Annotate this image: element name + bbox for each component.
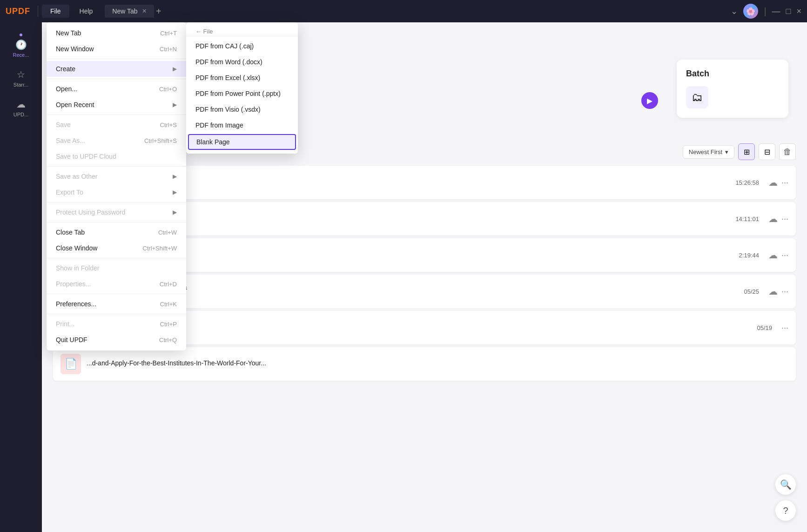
file-more-button[interactable]: ··· bbox=[781, 178, 788, 188]
file-cloud-button[interactable]: ☁ bbox=[768, 249, 778, 261]
sidebar: 🕐 Rece... ☆ Starr... ☁ UPD... bbox=[0, 22, 42, 532]
menu-item-label: Save bbox=[56, 121, 71, 128]
submenu-item-pptx[interactable]: PDF from Power Point (.pptx) bbox=[186, 86, 298, 101]
menu-item-print[interactable]: Print... Ctrl+P bbox=[47, 316, 186, 332]
submenu-item-excel[interactable]: PDF from Excel (.xlsx) bbox=[186, 70, 298, 86]
file-time: 05/19 bbox=[757, 324, 772, 331]
active-dot bbox=[20, 34, 22, 36]
menu-item-shortcut: Ctrl+Q bbox=[159, 337, 177, 343]
batch-title: Batch bbox=[686, 69, 779, 79]
menu-item-label: Close Tab bbox=[56, 229, 85, 236]
file-time: 15:26:58 bbox=[735, 179, 759, 186]
menu-item-label: Save As... bbox=[56, 137, 85, 144]
file-more-button[interactable]: ··· bbox=[781, 287, 788, 296]
batch-icon[interactable]: 🗂 bbox=[686, 86, 708, 108]
menu-item-label: Save as Other bbox=[56, 173, 98, 180]
menu-item-new-tab[interactable]: New Tab Ctrl+T bbox=[47, 25, 186, 41]
menu-item-close-window[interactable]: Close Window Ctrl+Shift+W bbox=[47, 240, 186, 256]
submenu-item-label: PDF from Excel (.xlsx) bbox=[195, 74, 260, 81]
menu-item-shortcut: Ctrl+D bbox=[160, 281, 177, 288]
menu-item-label: Show in Folder bbox=[56, 264, 99, 272]
menu-item-save-cloud[interactable]: Save to UPDF Cloud bbox=[47, 148, 186, 164]
menu-item-export[interactable]: Export To ▶ bbox=[47, 184, 186, 200]
menu-item-label: Quit UPDF bbox=[56, 336, 87, 343]
submenu-item-visio[interactable]: PDF from Visio (.vsdx) bbox=[186, 101, 298, 117]
sidebar-item-cloud[interactable]: ☁ UPD... bbox=[2, 95, 40, 121]
file-more-button[interactable]: ··· bbox=[781, 214, 788, 224]
create-submenu[interactable]: ← File PDF from CAJ (.caj) PDF from Word… bbox=[186, 22, 298, 154]
menu-item-properties[interactable]: Properties... Ctrl+D bbox=[47, 276, 186, 292]
menu-item-label: Open... bbox=[56, 85, 77, 93]
menu-item-label: Open Recent bbox=[56, 101, 94, 108]
menu-item-label: New Tab bbox=[56, 29, 81, 37]
menu-item-label: Close Window bbox=[56, 244, 97, 252]
recent-icon: 🕐 bbox=[15, 39, 27, 50]
file-type-icon: 📄 bbox=[61, 354, 81, 374]
menu-item-quit[interactable]: Quit UPDF Ctrl+Q bbox=[47, 332, 186, 348]
menu-item-save-as[interactable]: Save As... Ctrl+Shift+S bbox=[47, 133, 186, 148]
view-grid-button[interactable]: ⊟ bbox=[759, 143, 775, 160]
close-button[interactable]: × bbox=[796, 7, 801, 16]
submenu-arrow-icon: ▶ bbox=[173, 101, 177, 108]
file-cloud-button[interactable]: ☁ bbox=[768, 177, 778, 188]
file-cloud-button[interactable]: ☁ bbox=[768, 213, 778, 224]
menu-item-shortcut: Ctrl+N bbox=[160, 46, 177, 53]
menu-divider bbox=[47, 166, 186, 167]
submenu-item-blank-page[interactable]: Blank Page bbox=[188, 134, 296, 150]
menu-item-create[interactable]: Create ▶ bbox=[47, 61, 186, 77]
menu-divider bbox=[47, 314, 186, 314]
menu-item-label: Save to UPDF Cloud bbox=[56, 153, 116, 160]
file-name: ...t form bbox=[87, 320, 757, 327]
view-dense-button[interactable]: ⊞ bbox=[738, 143, 755, 160]
sort-label: Newest First bbox=[689, 148, 722, 155]
cloud-icon: ☁ bbox=[16, 99, 26, 110]
menu-item-show-folder[interactable]: Show in Folder bbox=[47, 260, 186, 276]
tab-close-button[interactable]: × bbox=[142, 7, 147, 15]
menu-item-save[interactable]: Save Ctrl+S bbox=[47, 117, 186, 133]
menu-item-open[interactable]: Open... Ctrl+O bbox=[47, 81, 186, 97]
sidebar-item-recent[interactable]: 🕐 Rece... bbox=[2, 30, 40, 61]
menu-item-save-other[interactable]: Save as Other ▶ bbox=[47, 168, 186, 184]
menu-item-protect-password[interactable]: Protect Using Password ▶ bbox=[47, 204, 186, 220]
delete-button[interactable]: 🗑 bbox=[779, 143, 796, 160]
menu-item-label: Export To bbox=[56, 189, 83, 196]
menu-item-label: Create bbox=[56, 65, 75, 73]
avatar[interactable]: 🌸 bbox=[743, 4, 758, 19]
sidebar-item-label: Rece... bbox=[13, 52, 29, 58]
submenu-item-label: PDF from Image bbox=[195, 121, 243, 129]
dropdown-button[interactable]: ⌄ bbox=[731, 6, 738, 16]
sidebar-item-starred[interactable]: ☆ Starr... bbox=[2, 65, 40, 91]
file-info: ...t form /2 | 152.39KB bbox=[87, 320, 757, 336]
maximize-button[interactable]: □ bbox=[786, 7, 791, 16]
menu-item-close-tab[interactable]: Close Tab Ctrl+W bbox=[47, 224, 186, 240]
batch-section: Batch 🗂 bbox=[677, 60, 788, 118]
submenu-item-word[interactable]: PDF from Word (.docx) bbox=[186, 54, 298, 70]
submenu-item-label: Blank Page bbox=[196, 138, 230, 146]
file-more-button[interactable]: ··· bbox=[781, 250, 788, 260]
file-more-button[interactable]: ··· bbox=[781, 323, 788, 333]
file-cloud-button[interactable]: ☁ bbox=[768, 286, 778, 297]
menu-item-shortcut: Ctrl+K bbox=[160, 301, 177, 308]
titlebar-right: ⌄ 🌸 | — □ × bbox=[731, 4, 801, 19]
submenu-item-caj[interactable]: PDF from CAJ (.caj) bbox=[186, 38, 298, 54]
menu-divider bbox=[47, 59, 186, 59]
menu-item-new-window[interactable]: New Window Ctrl+N bbox=[47, 41, 186, 57]
file-menu-button[interactable]: File bbox=[42, 5, 69, 18]
tab-add-button[interactable]: + bbox=[156, 6, 161, 17]
minimize-button[interactable]: — bbox=[772, 7, 780, 16]
logo-divider bbox=[38, 6, 38, 17]
menu-item-shortcut: Ctrl+Shift+W bbox=[142, 245, 177, 252]
file-menu[interactable]: New Tab Ctrl+T New Window Ctrl+N Create … bbox=[47, 22, 186, 350]
menu-item-open-recent[interactable]: Open Recent ▶ bbox=[47, 97, 186, 113]
file-time: 14:11:01 bbox=[735, 215, 759, 222]
float-search-button[interactable]: 🔍 bbox=[775, 474, 796, 495]
help-menu-button[interactable]: Help bbox=[71, 5, 101, 18]
sort-dropdown[interactable]: Newest First ▾ bbox=[683, 145, 734, 159]
delete-icon: 🗑 bbox=[783, 147, 792, 157]
submenu-item-label: PDF from CAJ (.caj) bbox=[195, 42, 254, 50]
arrow-button[interactable]: ▶ bbox=[641, 92, 658, 109]
menu-divider bbox=[47, 294, 186, 294]
menu-item-preferences[interactable]: Preferences... Ctrl+K bbox=[47, 296, 186, 312]
submenu-item-image[interactable]: PDF from Image bbox=[186, 117, 298, 133]
float-help-button[interactable]: ? bbox=[775, 500, 796, 521]
